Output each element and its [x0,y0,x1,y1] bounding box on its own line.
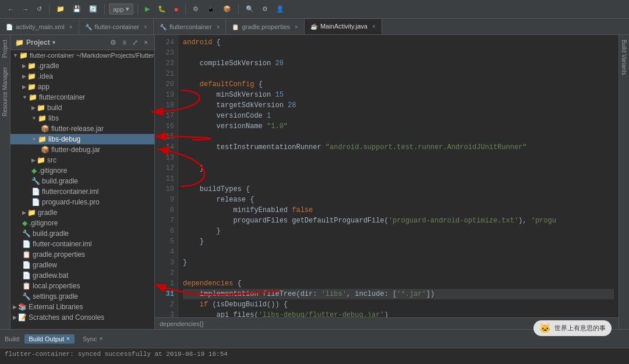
tree-item-idea[interactable]: ▶ 📁 .idea [10,71,154,82]
run-button[interactable]: ▶ [142,4,153,14]
gradle-icon2: 🔧 [160,24,167,30]
tree-item-build-gradle-outer[interactable]: 🔧 build.gradle [10,228,154,239]
tab-label: activity_main.xml [16,23,65,30]
close-icon[interactable]: × [295,24,298,30]
gear-icon[interactable]: ⚙ [108,38,118,47]
tree-item-fluttercontainer-iml[interactable]: 📄 fluttercontainer.iml [10,186,154,197]
code-line: minSdkVersion 15 [183,90,614,100]
settings-button[interactable]: ⚙ [259,4,271,14]
profile-button[interactable]: 👤 [273,4,287,14]
code-line: minifyEnabled false [183,205,614,215]
save-button[interactable]: 💾 [70,4,84,14]
tree-item-settings-gradle[interactable]: 🔧 settings.gradle [10,291,154,302]
build-variants-label[interactable]: Build Variants [620,35,628,80]
close-icon[interactable]: × [372,23,376,30]
tree-label: flutter-container ~/MarkdownProjects/Flu… [30,52,154,59]
tree-item-fluttercontainer[interactable]: ▼ 📁 fluttercontainer [10,92,154,103]
expand-arrow: ▼ [31,136,37,142]
close-icon[interactable]: × [217,24,220,30]
tree-label: libs-debug [48,135,80,143]
side-label-resource[interactable]: Resource Manager [1,62,9,121]
tab-activity-main[interactable]: 📄 activity_main.xml × [0,19,79,34]
tree-item-scratches[interactable]: ▶ 📝 Scratches and Consoles [10,312,154,323]
code-line: implementation fileTree(dir: 'libs', inc… [183,289,614,299]
layout-icon[interactable]: ≡ [121,38,128,47]
tree-item-gradle-properties[interactable]: 📋 gradle.properties [10,249,154,260]
tab-label: flutter-container [95,23,139,30]
tab-main-activity[interactable]: ☕ MainActivity.java × [305,19,382,34]
line-numbers: 24 23 22 21 20 19 18 17 16 15 14 13 12 1… [155,35,178,317]
watermark: 🐱 世界上有意思的事 [533,320,612,336]
tree-item-src[interactable]: ▶ 📁 src [10,155,154,165]
forward-button[interactable]: → [19,5,31,14]
close-icon[interactable]: × [144,24,147,30]
tab-flutter-container[interactable]: 🔧 flutter-container × [79,19,154,34]
refresh-button[interactable]: ↺ [34,4,45,14]
close-panel-icon[interactable]: × [142,38,150,47]
app-dropdown[interactable]: app ▾ [109,3,133,15]
tree-item-gradlew-bat[interactable]: 📄 gradlew.bat [10,270,154,281]
tree-item-flutter-container-iml[interactable]: 📄 flutter-container.iml [10,239,154,249]
folder-icon: 📁 [38,135,47,143]
build-label-text: Build: [5,335,21,342]
tree-item-app[interactable]: ▶ 📁 app [10,82,154,92]
folder-button[interactable]: 📁 [54,4,68,14]
folder-icon: 📁 [38,114,47,122]
tree-item-external-libs[interactable]: ▶ 📚 External Libraries [10,302,154,312]
tree-item-gitignore-inner[interactable]: ◆ .gitignore [10,165,154,176]
code-editor[interactable]: android { compileSdkVersion 28 defaultCo… [178,35,619,317]
tree-item-build-gradle-inner[interactable]: 🔧 build.gradle [10,176,154,186]
tree-label: .gitignore [38,167,67,175]
tree-item-build[interactable]: ▶ 📁 build [10,103,154,113]
java-icon: ☕ [310,23,317,30]
tree-item-libs-debug[interactable]: ▼ 📁 libs-debug [10,134,154,144]
tree-item-gradle-hidden[interactable]: ▶ 📁 .gradle [10,61,154,71]
bottom-tab-sync[interactable]: Sync × [78,334,107,344]
expand-icon[interactable]: ⤢ [130,38,140,47]
code-line [183,48,614,58]
close-sync-tab-icon[interactable]: × [99,335,103,342]
tab-gradle-properties[interactable]: 📋 gradle.properties × [226,19,304,34]
code-line [183,153,614,163]
close-icon[interactable]: × [69,24,73,30]
side-label-project[interactable]: Project [1,35,9,62]
gradle-file-icon2: 🔧 [22,229,31,238]
editor-area: 24 23 22 21 20 19 18 17 16 15 14 13 12 1… [155,35,619,329]
tree-item-proguard[interactable]: 📄 proguard-rules.pro [10,197,154,207]
folder-icon: 📁 [27,208,36,217]
debug-button[interactable]: 🐛 [155,4,169,14]
tree-item-gradle-folder[interactable]: ▶ 📁 gradle [10,207,154,218]
expand-arrow: ▶ [22,210,26,215]
tree-item-flutter-debug[interactable]: 📦 flutter-debug.jar [10,144,154,155]
code-line: release { [183,195,614,205]
back-button[interactable]: ← [5,5,17,14]
props-icon3: 📋 [22,282,31,290]
tab-fluttercontainer[interactable]: 🔧 fluttercontainer × [154,19,227,34]
right-side-labels: Build Variants [619,35,629,329]
tree-label: libs [48,114,59,122]
tree-item-root[interactable]: ▼ 📁 flutter-container ~/MarkdownProjects… [10,50,154,61]
console-output: flutter-container: synced successfully a… [0,348,629,364]
tree-item-gradlew[interactable]: 📄 gradlew [10,260,154,270]
code-line [183,132,614,142]
sync-button[interactable]: 🔄 [86,4,100,14]
sync-label: Sync [83,335,97,342]
code-line: versionName "1.0" [183,121,614,132]
code-line: } [183,257,614,268]
bottom-tab-build-output[interactable]: Build Output × [24,334,75,344]
tree-label: build [47,104,62,112]
tree-item-flutter-release[interactable]: 📦 flutter-release.jar [10,123,154,134]
sdk-button[interactable]: 📦 [220,4,234,14]
avd-button[interactable]: 📱 [204,4,218,14]
tree-item-gitignore-outer[interactable]: ◆ .gitignore [10,218,154,228]
gradle-button[interactable]: ⚙ [190,4,202,14]
tree-item-libs[interactable]: ▼ 📁 libs [10,113,154,123]
search-button[interactable]: 🔍 [243,4,257,14]
tree-label: proguard-rules.pro [42,198,100,206]
build-output-label: Build Output [29,335,65,342]
props-icon2: 📋 [22,250,31,259]
tree-item-local-properties[interactable]: 📋 local.properties [10,281,154,291]
stop-button[interactable]: ■ [171,5,181,14]
close-bottom-tab-icon[interactable]: × [66,335,70,342]
main-toolbar: ← → ↺ 📁 💾 🔄 app ▾ ▶ 🐛 ■ ⚙ 📱 📦 🔍 ⚙ 👤 [0,0,629,19]
